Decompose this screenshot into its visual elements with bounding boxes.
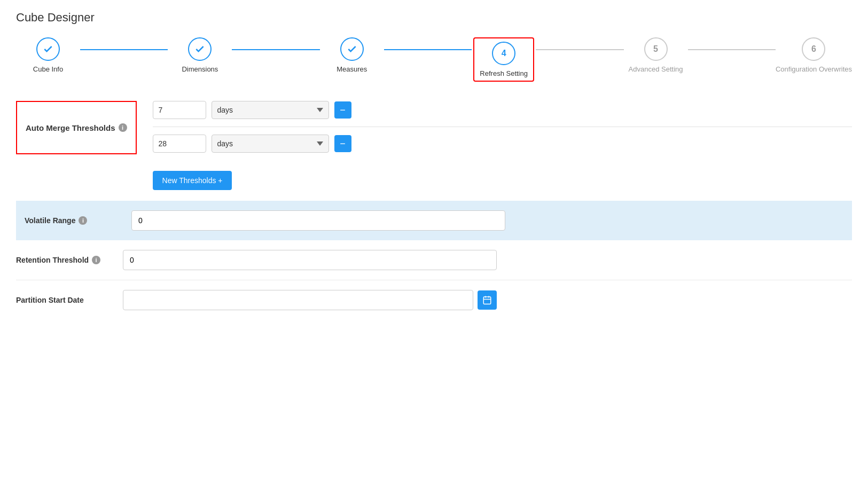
step-6-label: Configuration Overwrites [776, 65, 852, 73]
step-6-circle: 6 [802, 37, 825, 61]
retention-threshold-row: Retention Threshold i [16, 240, 852, 280]
partition-start-date-calendar-button[interactable] [478, 290, 497, 310]
svg-rect-0 [483, 297, 491, 304]
step-1-cube-info[interactable]: Cube Info [16, 37, 80, 73]
step-1-circle [36, 37, 60, 61]
step-5-label: Advanced Setting [629, 65, 683, 73]
partition-start-date-field [123, 290, 497, 310]
auto-merge-label-box: Auto Merge Thresholds i [16, 101, 137, 154]
step-4-label: Refresh Setting [480, 69, 528, 77]
step-6-configuration-overwrites[interactable]: 6 Configuration Overwrites [776, 37, 852, 73]
new-thresholds-button[interactable]: New Thresholds + [153, 171, 232, 190]
threshold-2-select[interactable]: days weeks months years [212, 135, 329, 153]
connector-1-2 [80, 49, 168, 50]
threshold-2-remove-button[interactable]: − [334, 135, 351, 152]
step-5-circle: 5 [644, 37, 668, 61]
connector-4-5 [536, 49, 623, 50]
volatile-range-input[interactable] [131, 210, 505, 231]
partition-start-date-row: Partition Start Date [16, 280, 852, 320]
step-1-label: Cube Info [33, 65, 63, 73]
threshold-1-input[interactable] [153, 101, 206, 119]
step-2-dimensions[interactable]: Dimensions [168, 37, 232, 73]
threshold-2-input[interactable] [153, 135, 206, 153]
stepper: Cube Info Dimensions Measures [16, 37, 852, 82]
connector-5-6 [688, 49, 776, 50]
page-title: Cube Designer [16, 11, 852, 25]
auto-merge-label: Auto Merge Thresholds [26, 123, 115, 132]
volatile-range-label: Volatile Range i [25, 216, 131, 225]
volatile-range-row: Volatile Range i [16, 201, 852, 240]
retention-threshold-label: Retention Threshold i [16, 256, 123, 264]
partition-start-date-label: Partition Start Date [16, 296, 123, 304]
step-4-circle: 4 [492, 42, 515, 65]
threshold-1-remove-button[interactable]: − [334, 101, 351, 119]
threshold-row-1: days weeks months years − [153, 101, 852, 127]
auto-merge-section: Auto Merge Thresholds i days weeks month… [16, 101, 852, 190]
connector-2-3 [232, 49, 319, 50]
partition-start-date-input[interactable] [123, 290, 473, 310]
threshold-row-2: days weeks months years − [153, 135, 852, 160]
content-area: Auto Merge Thresholds i days weeks month… [16, 101, 852, 320]
retention-threshold-input[interactable] [123, 250, 497, 270]
step-2-circle [188, 37, 212, 61]
step-4-refresh-setting[interactable]: 4 Refresh Setting [472, 37, 536, 82]
connector-3-4 [384, 49, 472, 50]
step-2-label: Dimensions [182, 65, 218, 73]
thresholds-container: days weeks months years − days weeks mon… [153, 101, 852, 190]
step-3-label: Measures [337, 65, 367, 73]
step-5-advanced-setting[interactable]: 5 Advanced Setting [624, 37, 688, 73]
retention-threshold-info-icon[interactable]: i [92, 256, 100, 264]
volatile-range-info-icon[interactable]: i [79, 216, 87, 225]
step-3-measures[interactable]: Measures [320, 37, 384, 73]
step-3-circle [340, 37, 364, 61]
step-4-highlight: 4 Refresh Setting [473, 37, 534, 82]
auto-merge-info-icon[interactable]: i [119, 123, 127, 132]
threshold-1-select[interactable]: days weeks months years [212, 101, 329, 119]
